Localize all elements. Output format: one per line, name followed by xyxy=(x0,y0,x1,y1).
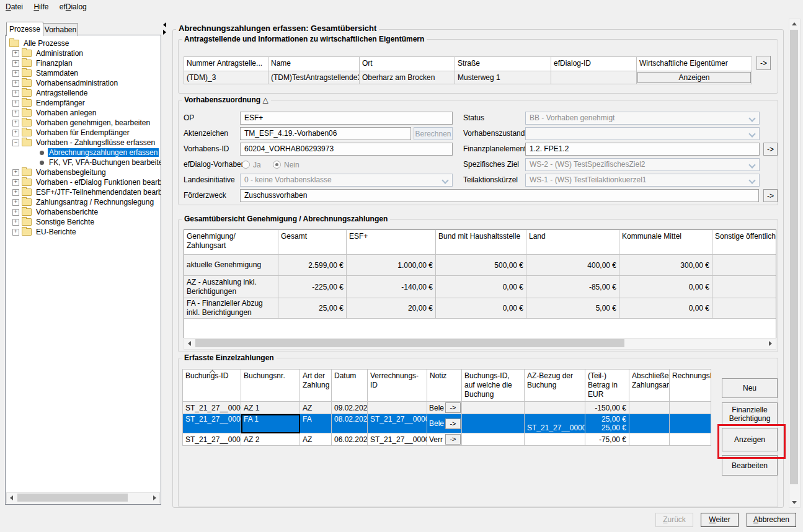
col-teil-betrag[interactable]: (Teil-) Betrag in EUR xyxy=(585,370,629,402)
expand-plus-icon[interactable]: + xyxy=(12,60,19,67)
col-abschliessender-zahlungsantrag[interactable]: Abschließender Zahlungsantrag xyxy=(629,370,670,402)
expand-plus-icon[interactable]: + xyxy=(12,130,19,136)
col-buchungsnr[interactable]: Buchungsnr. xyxy=(241,370,300,402)
spezifisches-ziel-dropdown[interactable]: WS-2 - (WS) TestSpezifischesZiel2 xyxy=(525,158,760,171)
expand-plus-icon[interactable]: + xyxy=(12,179,19,186)
expand-plus-icon[interactable]: + xyxy=(12,199,19,206)
tab-prozesse[interactable]: Prozesse xyxy=(6,22,43,36)
collapse-minus-icon[interactable]: − xyxy=(12,140,19,146)
expand-plus-icon[interactable]: + xyxy=(12,70,19,77)
col-art-der-zahlung[interactable]: Art der Zahlung xyxy=(300,370,332,402)
scrollbar-thumb[interactable] xyxy=(195,339,624,347)
tree-item-fk-vf-vfa[interactable]: FK, VF, VFA-Buchungen bearbeiten xyxy=(6,157,161,167)
finanzplanelement-arrow-button[interactable]: -> xyxy=(763,143,778,156)
tree-item-antragstellende[interactable]: +Antragstellende xyxy=(6,88,161,98)
anzeigen-eigentuemer-button[interactable]: Anzeigen xyxy=(637,72,751,83)
col-notiz[interactable]: Notiz xyxy=(427,370,462,402)
col-sonstige-oeffentliche[interactable]: Sonstige öffentliche Mittel xyxy=(712,230,777,255)
splitter-expand-icon[interactable] xyxy=(163,30,166,35)
expand-plus-icon[interactable]: + xyxy=(12,209,19,216)
vorhabenszustand-dropdown[interactable] xyxy=(525,127,760,140)
col-buchungs-id[interactable]: Buchungs-ID xyxy=(183,370,241,402)
tree-item-administration[interactable]: +Administration xyxy=(6,48,161,58)
expand-plus-icon[interactable]: + xyxy=(12,90,19,97)
overview-row-az[interactable]: AZ - Auszahlung inkl. Berichtigungen -22… xyxy=(184,276,777,298)
main-vertical-scrollbar[interactable] xyxy=(789,19,801,508)
payment-row-az1[interactable]: ST_21_27__000000 AZ 1 AZ 09.02.2023 Bele… xyxy=(183,402,711,414)
scrollbar-thumb[interactable] xyxy=(17,494,128,502)
applicant-row[interactable]: (TDM)_3 (TDM)TestAntragstellende3 Oberha… xyxy=(184,71,752,84)
tree-item-vorhaben-anlegen[interactable]: +Vorhaben anlegen xyxy=(6,108,161,118)
col-kommunale-mittel[interactable]: Kommunale Mittel xyxy=(619,230,712,255)
expand-plus-icon[interactable]: + xyxy=(12,169,19,176)
payment-row-az2[interactable]: ST_21_27__000000 AZ 2 AZ 06.02.2025 ST_2… xyxy=(183,433,711,446)
tree-item-efdialog-funktionen[interactable]: +Vorhaben - efDialog Funktionen bearbeit… xyxy=(6,177,161,187)
scroll-right-icon[interactable] xyxy=(153,495,156,500)
overview-horizontal-scrollbar[interactable] xyxy=(184,338,776,350)
op-field[interactable]: ESF+ xyxy=(240,112,453,125)
vorhabens-id-field[interactable]: 60204_VORHAB06293973 xyxy=(240,143,453,156)
col-datum[interactable]: Datum xyxy=(332,370,368,402)
weiter-button[interactable]: Weiter xyxy=(701,513,739,527)
overview-row-genehmigung[interactable]: aktuelle Genehmigung 2.599,00 € 1.000,00… xyxy=(184,255,777,276)
notiz-open-button[interactable]: -> xyxy=(445,402,461,413)
tree-item-zahlungsfluesse[interactable]: −Vorhaben - Zahlungsflüsse erfassen xyxy=(6,138,161,148)
berechnen-button[interactable]: Berechnen xyxy=(414,127,453,140)
scrollbar-thumb[interactable] xyxy=(790,30,798,484)
col-az-bezug[interactable]: AZ-Bezug der Buchung xyxy=(525,370,585,402)
tree-item-vorhabensadministration[interactable]: +Vorhabensadministration xyxy=(6,78,161,88)
expand-plus-icon[interactable]: + xyxy=(12,100,19,107)
tree-item-vorhaben-genehmigen[interactable]: +Vorhaben genehmigen, bearbeiten xyxy=(6,118,161,128)
expand-plus-icon[interactable]: + xyxy=(12,110,19,117)
notiz-open-button[interactable]: -> xyxy=(445,434,461,445)
col-efdialog-id[interactable]: efDialog-ID xyxy=(551,57,637,71)
tree-item-eu-berichte[interactable]: +EU-Berichte xyxy=(6,227,161,237)
col-strasse[interactable]: Straße xyxy=(455,57,551,71)
notiz-open-button[interactable]: -> xyxy=(445,419,461,429)
expand-plus-icon[interactable]: + xyxy=(12,219,19,226)
aktenzeichen-field[interactable]: TM_ESF_4.19.-Vorhaben06 xyxy=(240,127,411,140)
col-rechnungslegung[interactable]: Rechnungslegung xyxy=(670,370,711,402)
menu-hilfe[interactable]: Hilfe xyxy=(29,0,53,14)
status-dropdown[interactable]: BB - Vorhaben genehmigt xyxy=(525,112,760,125)
col-gesamt[interactable]: Gesamt xyxy=(278,230,347,255)
splitter-collapse-icon[interactable] xyxy=(163,22,166,27)
radio-ja[interactable] xyxy=(242,161,250,169)
col-bund[interactable]: Bund mit Haushaltsstelle xyxy=(436,230,526,255)
col-wirtschaftliche-eigentuemer[interactable]: Wirtschaftliche Eigentümer xyxy=(637,57,752,71)
foerderzweck-arrow-button[interactable]: -> xyxy=(763,189,778,202)
zurueck-button[interactable]: Zurück xyxy=(655,513,693,527)
finanzielle-berichtigung-button[interactable]: Finanzielle Berichtigung xyxy=(722,402,778,426)
col-buchungs-id-auf-welche[interactable]: Buchungs-ID, auf welche die Buchung xyxy=(462,370,525,402)
tree-item-finanzplan[interactable]: +Finanzplan xyxy=(6,58,161,68)
neu-button[interactable]: Neu xyxy=(722,378,778,398)
col-nummer-antragstellende[interactable]: Nummer Antragstelle... xyxy=(184,57,268,71)
tree-item-vorhabensbegleitung[interactable]: +Vorhabensbegleitung xyxy=(6,167,161,177)
menu-efdialog[interactable]: efDialog xyxy=(55,0,91,14)
foerderzweck-field[interactable]: Zuschussvorhaben xyxy=(240,189,759,202)
scroll-right-icon[interactable] xyxy=(769,341,772,346)
finanzplanelement-field[interactable]: 1.2. FPE1.2 xyxy=(525,143,760,156)
expand-plus-icon[interactable]: + xyxy=(12,80,19,87)
tree-item-zahlungsantrag[interactable]: +Zahlungsantrag / Rechnungslegung xyxy=(6,197,161,207)
applicants-detail-arrow-button[interactable]: -> xyxy=(756,56,771,70)
tree-item-endempfaenger[interactable]: +Endempfänger xyxy=(6,98,161,108)
scroll-down-icon[interactable] xyxy=(792,501,797,504)
col-esf[interactable]: ESF+ xyxy=(347,230,436,255)
tree-item-sonstige-berichte[interactable]: +Sonstige Berichte xyxy=(6,217,161,227)
tree-item-abrechnungszahlungen[interactable]: Abrechnungszahlungen erfassen xyxy=(6,148,161,157)
expand-plus-icon[interactable]: + xyxy=(12,50,19,57)
teilaktionskuerzel-dropdown[interactable]: WS-1 - (WS) TestTeilaktionkuerzel1 xyxy=(525,174,760,187)
expand-plus-icon[interactable]: + xyxy=(12,229,19,236)
tree-item-stammdaten[interactable]: +Stammdaten xyxy=(6,68,161,78)
scroll-up-icon[interactable] xyxy=(792,22,797,25)
col-name[interactable]: Name xyxy=(268,57,360,71)
col-verrechnungs-id[interactable]: Verrechnungs-ID xyxy=(368,370,427,402)
payment-row-fa1-selected[interactable]: ST_21_27__000000 FA 1 FA 08.02.2024 ST_2… xyxy=(183,414,711,433)
tree-horizontal-scrollbar[interactable] xyxy=(6,492,160,503)
expand-plus-icon[interactable]: + xyxy=(12,189,19,196)
tree-item-vorhabensberichte[interactable]: +Vorhabensberichte xyxy=(6,207,161,217)
landesinitiative-dropdown[interactable]: 0 - keine Vorhabensklasse xyxy=(240,174,453,187)
scroll-left-icon[interactable] xyxy=(10,495,13,500)
col-ort[interactable]: Ort xyxy=(360,57,455,71)
